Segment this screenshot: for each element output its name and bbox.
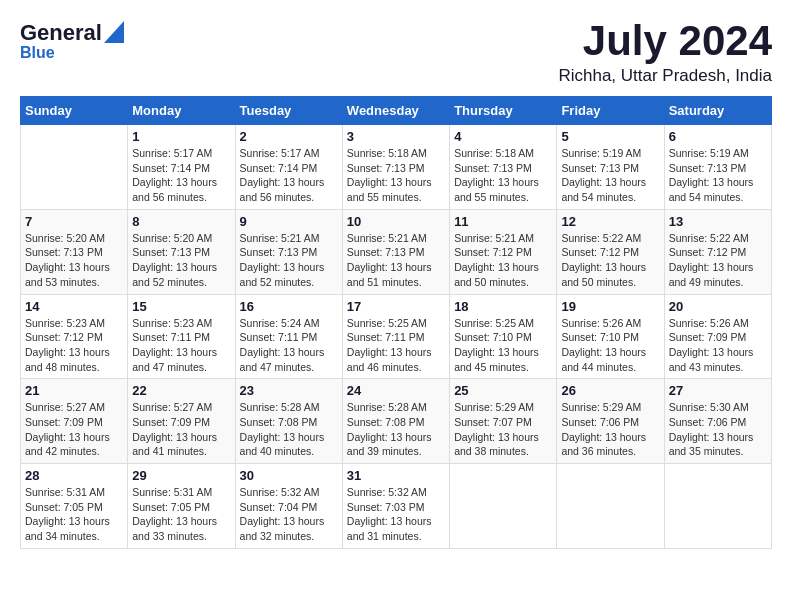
- day-info: Sunrise: 5:21 AMSunset: 7:13 PMDaylight:…: [347, 231, 445, 290]
- day-number: 30: [240, 468, 338, 483]
- day-number: 13: [669, 214, 767, 229]
- day-number: 7: [25, 214, 123, 229]
- calendar-cell: 9Sunrise: 5:21 AMSunset: 7:13 PMDaylight…: [235, 209, 342, 294]
- day-number: 15: [132, 299, 230, 314]
- day-info: Sunrise: 5:23 AMSunset: 7:12 PMDaylight:…: [25, 316, 123, 375]
- day-info: Sunrise: 5:18 AMSunset: 7:13 PMDaylight:…: [454, 146, 552, 205]
- logo-blue-text: Blue: [20, 44, 55, 62]
- day-info: Sunrise: 5:24 AMSunset: 7:11 PMDaylight:…: [240, 316, 338, 375]
- day-number: 14: [25, 299, 123, 314]
- calendar-cell: 4Sunrise: 5:18 AMSunset: 7:13 PMDaylight…: [450, 125, 557, 210]
- calendar-cell: 27Sunrise: 5:30 AMSunset: 7:06 PMDayligh…: [664, 379, 771, 464]
- location-title: Richha, Uttar Pradesh, India: [558, 66, 772, 86]
- svg-marker-0: [104, 21, 124, 43]
- calendar-cell: 3Sunrise: 5:18 AMSunset: 7:13 PMDaylight…: [342, 125, 449, 210]
- calendar-cell: 16Sunrise: 5:24 AMSunset: 7:11 PMDayligh…: [235, 294, 342, 379]
- calendar-cell: 13Sunrise: 5:22 AMSunset: 7:12 PMDayligh…: [664, 209, 771, 294]
- calendar-cell: 17Sunrise: 5:25 AMSunset: 7:11 PMDayligh…: [342, 294, 449, 379]
- calendar-cell: 24Sunrise: 5:28 AMSunset: 7:08 PMDayligh…: [342, 379, 449, 464]
- calendar-cell: 10Sunrise: 5:21 AMSunset: 7:13 PMDayligh…: [342, 209, 449, 294]
- day-info: Sunrise: 5:21 AMSunset: 7:13 PMDaylight:…: [240, 231, 338, 290]
- day-number: 2: [240, 129, 338, 144]
- calendar-cell: 25Sunrise: 5:29 AMSunset: 7:07 PMDayligh…: [450, 379, 557, 464]
- calendar-cell: 29Sunrise: 5:31 AMSunset: 7:05 PMDayligh…: [128, 464, 235, 549]
- day-info: Sunrise: 5:26 AMSunset: 7:09 PMDaylight:…: [669, 316, 767, 375]
- calendar-cell: 7Sunrise: 5:20 AMSunset: 7:13 PMDaylight…: [21, 209, 128, 294]
- day-info: Sunrise: 5:30 AMSunset: 7:06 PMDaylight:…: [669, 400, 767, 459]
- day-info: Sunrise: 5:25 AMSunset: 7:11 PMDaylight:…: [347, 316, 445, 375]
- calendar-week-3: 14Sunrise: 5:23 AMSunset: 7:12 PMDayligh…: [21, 294, 772, 379]
- day-number: 5: [561, 129, 659, 144]
- calendar-cell: 6Sunrise: 5:19 AMSunset: 7:13 PMDaylight…: [664, 125, 771, 210]
- calendar-week-2: 7Sunrise: 5:20 AMSunset: 7:13 PMDaylight…: [21, 209, 772, 294]
- day-info: Sunrise: 5:23 AMSunset: 7:11 PMDaylight:…: [132, 316, 230, 375]
- calendar-cell: 15Sunrise: 5:23 AMSunset: 7:11 PMDayligh…: [128, 294, 235, 379]
- calendar-cell: 31Sunrise: 5:32 AMSunset: 7:03 PMDayligh…: [342, 464, 449, 549]
- logo-general-text: General: [20, 20, 102, 46]
- calendar-table: Sunday Monday Tuesday Wednesday Thursday…: [20, 96, 772, 549]
- calendar-week-4: 21Sunrise: 5:27 AMSunset: 7:09 PMDayligh…: [21, 379, 772, 464]
- day-info: Sunrise: 5:19 AMSunset: 7:13 PMDaylight:…: [669, 146, 767, 205]
- col-thursday: Thursday: [450, 97, 557, 125]
- day-number: 11: [454, 214, 552, 229]
- day-info: Sunrise: 5:26 AMSunset: 7:10 PMDaylight:…: [561, 316, 659, 375]
- day-info: Sunrise: 5:20 AMSunset: 7:13 PMDaylight:…: [132, 231, 230, 290]
- calendar-cell: 5Sunrise: 5:19 AMSunset: 7:13 PMDaylight…: [557, 125, 664, 210]
- day-number: 28: [25, 468, 123, 483]
- day-info: Sunrise: 5:17 AMSunset: 7:14 PMDaylight:…: [132, 146, 230, 205]
- day-number: 19: [561, 299, 659, 314]
- month-title: July 2024: [558, 20, 772, 62]
- calendar-cell: 12Sunrise: 5:22 AMSunset: 7:12 PMDayligh…: [557, 209, 664, 294]
- day-info: Sunrise: 5:27 AMSunset: 7:09 PMDaylight:…: [25, 400, 123, 459]
- day-info: Sunrise: 5:17 AMSunset: 7:14 PMDaylight:…: [240, 146, 338, 205]
- day-number: 6: [669, 129, 767, 144]
- day-number: 3: [347, 129, 445, 144]
- calendar-cell: 14Sunrise: 5:23 AMSunset: 7:12 PMDayligh…: [21, 294, 128, 379]
- day-info: Sunrise: 5:29 AMSunset: 7:06 PMDaylight:…: [561, 400, 659, 459]
- calendar-cell: [664, 464, 771, 549]
- calendar-cell: 30Sunrise: 5:32 AMSunset: 7:04 PMDayligh…: [235, 464, 342, 549]
- calendar-cell: 2Sunrise: 5:17 AMSunset: 7:14 PMDaylight…: [235, 125, 342, 210]
- day-info: Sunrise: 5:31 AMSunset: 7:05 PMDaylight:…: [132, 485, 230, 544]
- day-number: 4: [454, 129, 552, 144]
- day-number: 26: [561, 383, 659, 398]
- day-info: Sunrise: 5:31 AMSunset: 7:05 PMDaylight:…: [25, 485, 123, 544]
- day-number: 24: [347, 383, 445, 398]
- calendar-week-1: 1Sunrise: 5:17 AMSunset: 7:14 PMDaylight…: [21, 125, 772, 210]
- day-number: 31: [347, 468, 445, 483]
- logo: General Blue: [20, 20, 124, 62]
- logo-icon: [104, 21, 124, 43]
- calendar-header-row: Sunday Monday Tuesday Wednesday Thursday…: [21, 97, 772, 125]
- day-info: Sunrise: 5:22 AMSunset: 7:12 PMDaylight:…: [669, 231, 767, 290]
- day-info: Sunrise: 5:27 AMSunset: 7:09 PMDaylight:…: [132, 400, 230, 459]
- day-info: Sunrise: 5:32 AMSunset: 7:04 PMDaylight:…: [240, 485, 338, 544]
- page-header: General Blue July 2024 Richha, Uttar Pra…: [20, 20, 772, 86]
- day-info: Sunrise: 5:28 AMSunset: 7:08 PMDaylight:…: [240, 400, 338, 459]
- day-info: Sunrise: 5:18 AMSunset: 7:13 PMDaylight:…: [347, 146, 445, 205]
- title-block: July 2024 Richha, Uttar Pradesh, India: [558, 20, 772, 86]
- calendar-cell: 23Sunrise: 5:28 AMSunset: 7:08 PMDayligh…: [235, 379, 342, 464]
- col-wednesday: Wednesday: [342, 97, 449, 125]
- day-number: 10: [347, 214, 445, 229]
- day-info: Sunrise: 5:32 AMSunset: 7:03 PMDaylight:…: [347, 485, 445, 544]
- day-info: Sunrise: 5:29 AMSunset: 7:07 PMDaylight:…: [454, 400, 552, 459]
- day-number: 20: [669, 299, 767, 314]
- calendar-cell: 1Sunrise: 5:17 AMSunset: 7:14 PMDaylight…: [128, 125, 235, 210]
- calendar-cell: 22Sunrise: 5:27 AMSunset: 7:09 PMDayligh…: [128, 379, 235, 464]
- day-info: Sunrise: 5:22 AMSunset: 7:12 PMDaylight:…: [561, 231, 659, 290]
- calendar-cell: 19Sunrise: 5:26 AMSunset: 7:10 PMDayligh…: [557, 294, 664, 379]
- col-friday: Friday: [557, 97, 664, 125]
- day-number: 29: [132, 468, 230, 483]
- calendar-cell: 11Sunrise: 5:21 AMSunset: 7:12 PMDayligh…: [450, 209, 557, 294]
- day-info: Sunrise: 5:28 AMSunset: 7:08 PMDaylight:…: [347, 400, 445, 459]
- calendar-cell: 28Sunrise: 5:31 AMSunset: 7:05 PMDayligh…: [21, 464, 128, 549]
- day-info: Sunrise: 5:25 AMSunset: 7:10 PMDaylight:…: [454, 316, 552, 375]
- day-info: Sunrise: 5:19 AMSunset: 7:13 PMDaylight:…: [561, 146, 659, 205]
- day-info: Sunrise: 5:20 AMSunset: 7:13 PMDaylight:…: [25, 231, 123, 290]
- col-sunday: Sunday: [21, 97, 128, 125]
- calendar-cell: [21, 125, 128, 210]
- calendar-cell: 21Sunrise: 5:27 AMSunset: 7:09 PMDayligh…: [21, 379, 128, 464]
- day-number: 22: [132, 383, 230, 398]
- calendar-cell: 18Sunrise: 5:25 AMSunset: 7:10 PMDayligh…: [450, 294, 557, 379]
- day-info: Sunrise: 5:21 AMSunset: 7:12 PMDaylight:…: [454, 231, 552, 290]
